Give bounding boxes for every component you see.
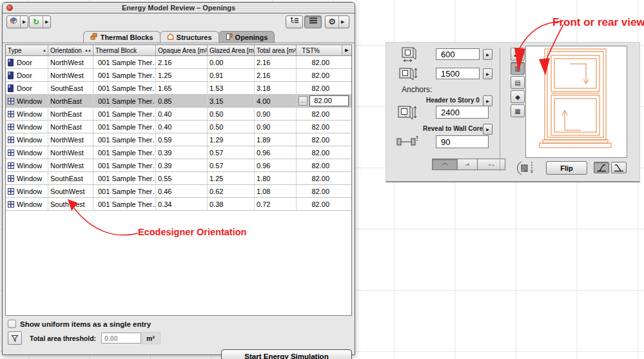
openings-icon: [226, 33, 233, 41]
preview-list-button[interactable]: ▤: [511, 76, 525, 89]
anchor-center-segment[interactable]: ▫⁺▫: [432, 159, 458, 170]
anchor-edge-segment[interactable]: ▫▫ ˪: [477, 159, 505, 170]
flyout-arrow-icon: ▶: [338, 16, 346, 28]
column-header-opaque-area[interactable]: Opaque Area [m²]: [156, 45, 208, 55]
tab-openings[interactable]: Openings: [219, 31, 275, 43]
gear-icon: ⚙: [326, 16, 338, 28]
total-area-cell: 0.96: [255, 159, 297, 171]
reveal-anchor-flyout-button[interactable]: ▶: [483, 124, 493, 135]
close-button[interactable]: [6, 5, 13, 11]
threshold-input[interactable]: 0.00: [101, 333, 141, 344]
tst-more-button[interactable]: …: [298, 96, 307, 106]
table-row[interactable]: WindowNorthWest001 Sample Ther…0.390.570…: [6, 146, 351, 159]
uniform-items-checkbox[interactable]: [8, 320, 16, 328]
front-rear-view-note: Front or rear view: [552, 16, 644, 29]
door-icon: [8, 84, 14, 92]
table-row[interactable]: WindowNorthWest001 Sample Ther…0.591.291…: [6, 133, 351, 146]
header-height-input[interactable]: 2400: [436, 106, 489, 119]
total-area-cell: 4.00: [255, 95, 297, 107]
column-header-glazed-area[interactable]: Glazed Area [m²]: [208, 45, 255, 55]
uniform-items-label: Show uniform items as a single entry: [20, 320, 151, 328]
table-row[interactable]: WindowNorthEast001 Sample Ther…0.400.500…: [6, 108, 351, 121]
opaque-area-cell: 1.65: [156, 82, 208, 94]
table-row[interactable]: DoorNorthWest001 Sample Ther…1.250.912.1…: [6, 69, 351, 82]
tst-cell: 82.00: [297, 185, 351, 197]
window-title: Energy Model Review – Openings: [122, 4, 235, 12]
mirror-left-button[interactable]: [594, 162, 609, 173]
window-icon: [8, 111, 14, 117]
flyout-arrow-icon: ▶: [20, 16, 28, 28]
filter-button[interactable]: [8, 331, 22, 345]
update-model-button[interactable]: ↻ ▶: [29, 15, 51, 28]
opaque-area-cell: 2.16: [156, 56, 208, 68]
photo-preview-button[interactable]: ▦: [511, 104, 525, 117]
column-header-total-area[interactable]: Total area [m²]: [255, 45, 297, 55]
mirror-right-icon: [613, 164, 625, 172]
table-row[interactable]: WindowSouthEast001 Sample Ther…0.551.251…: [6, 172, 351, 185]
orientation-cell: NorthWest: [48, 133, 93, 146]
reveal-depth-input[interactable]: 90: [436, 135, 489, 148]
plan-view-button[interactable]: ▬: [511, 48, 525, 61]
height-flyout-button[interactable]: ▶: [483, 68, 493, 79]
list-view-button[interactable]: [304, 15, 322, 28]
tst-cell: 82.00: [297, 69, 351, 81]
column-header-type[interactable]: Type▲: [6, 45, 48, 55]
window-icon: [8, 162, 14, 169]
table-row[interactable]: WindowNorthWest001 Sample Ther…0.390.570…: [6, 159, 351, 172]
energy-model-review-dialog: Energy Model Review – Openings ▶ ↻ ▶ ⚙ ▶: [2, 2, 355, 355]
glazed-area-cell: 0.91: [208, 69, 255, 81]
front-view-button[interactable]: ▥: [511, 62, 525, 75]
tst-cell: 82.00: [297, 198, 351, 210]
anchor-side-segment[interactable]: ▫˄: [457, 159, 478, 170]
window-icon: [8, 98, 14, 104]
column-header-orientation[interactable]: Orientation▲▲: [48, 45, 93, 55]
model-filter-button[interactable]: ▶: [6, 15, 28, 28]
opening-height-input[interactable]: 1500: [436, 68, 480, 79]
tst-value-field[interactable]: 82.00: [309, 95, 349, 106]
window-icon: [8, 137, 14, 143]
filmstrip-icon: ▦: [514, 108, 520, 115]
type-cell: Window: [6, 198, 48, 210]
tst-cell: 82.00: [297, 82, 351, 94]
thermal-block-cell: 001 Sample Ther…: [93, 133, 156, 146]
opening-preview-canvas: [525, 46, 627, 158]
flip-button[interactable]: Flip: [546, 161, 587, 175]
mirror-right-button[interactable]: [611, 162, 627, 173]
glazed-area-cell: 1.53: [208, 82, 255, 94]
thermal-block-cell: 001 Sample Ther…: [93, 172, 156, 184]
orientation-cell: NorthWest: [48, 56, 93, 68]
tst-cell: 82.00: [297, 159, 351, 171]
table-row[interactable]: WindowSouthWest001 Sample Ther…0.340.380…: [6, 198, 351, 211]
total-area-cell: 2.16: [255, 56, 297, 68]
type-cell: Window: [6, 95, 48, 107]
glazed-area-cell: 0.50: [208, 121, 255, 133]
settings-button[interactable]: ⚙ ▶: [325, 15, 349, 28]
window-icon: [8, 175, 14, 182]
opening-height-icon: [398, 66, 420, 85]
openings-table: Type▲ Orientation▲▲ Thermal Block Opaque…: [5, 44, 352, 316]
table-row[interactable]: WindowSouthWest001 Sample Ther…0.460.621…: [6, 185, 351, 198]
structures-icon: [167, 33, 174, 41]
title-bar[interactable]: Energy Model Review – Openings: [3, 3, 355, 14]
cube-3d-icon: ◆: [515, 93, 520, 101]
reveal-anchor-label: Reveal to Wall Core: [423, 125, 483, 132]
table-row[interactable]: DoorSouthEast001 Sample Ther…1.651.533.1…: [6, 82, 351, 95]
scroll-columns-right-button[interactable]: ▶: [342, 45, 351, 55]
tab-structures[interactable]: Structures: [160, 31, 219, 43]
opening-width-input[interactable]: 600: [436, 48, 480, 60]
header-anchor-flyout-button[interactable]: ▶: [483, 95, 493, 106]
table-row[interactable]: DoorNorthWest001 Sample Ther…2.160.002.1…: [6, 56, 351, 69]
orientation-cell: NorthWest: [48, 146, 93, 159]
anchors-label: Anchors:: [402, 85, 432, 94]
dialog-toolbar: ▶ ↻ ▶ ⚙ ▶: [3, 14, 355, 30]
width-flyout-button[interactable]: ▶: [483, 49, 493, 60]
tree-view-button[interactable]: [286, 15, 303, 28]
thermal-block-cell: 001 Sample Ther…: [93, 146, 156, 159]
tab-thermal-blocks[interactable]: Thermal Blocks: [83, 31, 161, 43]
3d-view-button[interactable]: ◆: [511, 90, 525, 103]
table-row[interactable]: WindowNorthEast001 Sample Ther…0.400.500…: [6, 121, 351, 133]
column-header-thermal-block[interactable]: Thermal Block: [93, 45, 156, 55]
start-energy-simulation-button[interactable]: Start Energy Simulation: [221, 349, 352, 359]
column-header-tst[interactable]: TST%: [297, 45, 342, 55]
table-row[interactable]: WindowNorthEast001 Sample Ther…0.853.154…: [6, 95, 351, 108]
